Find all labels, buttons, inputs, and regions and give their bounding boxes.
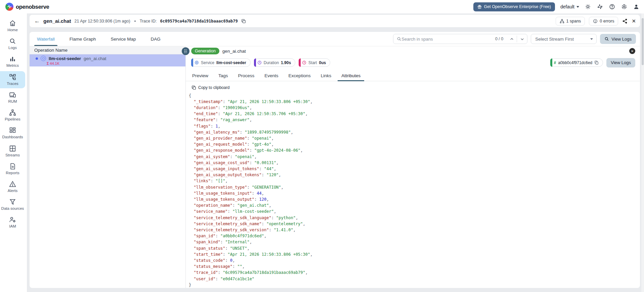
sidebar-item-reports[interactable]: Reports [0,160,25,178]
service-value: llm-cost-seeder [216,60,246,65]
devices-icon [9,91,16,98]
home-icon [9,20,16,27]
span-id-value: a0bb0c4f971dc6ed [558,60,592,65]
alert-triangle-icon [9,181,16,188]
search-prev-button[interactable] [507,34,517,44]
sidebar: Home Logs Metrics Traces RUM Pipelines D… [0,13,27,292]
copy-trace-id-icon[interactable] [241,19,246,23]
span-search-input[interactable] [401,37,492,42]
bar-chart-icon [9,55,16,62]
span-view-logs-button[interactable]: View Logs [606,58,635,67]
sidebar-item-pipelines[interactable]: Pipelines [0,107,25,124]
share-icon[interactable] [622,18,628,24]
start-pill: Start 0us [299,58,330,67]
close-trace-icon[interactable]: ✕ [632,18,636,24]
user-account-icon[interactable] [633,4,639,10]
span-meta-badges: Service llm-cost-seeder Duration 1.90s S… [186,56,640,70]
dashboards-icon [9,127,16,134]
search-next-button[interactable] [517,34,527,44]
sidebar-item-home[interactable]: Home [0,17,25,35]
start-label: Start [308,60,317,65]
errors-count-label: 0 errors [600,19,614,23]
dot-separator [134,20,136,22]
spans-icon [560,19,564,23]
streams-icon [9,145,16,152]
sidebar-item-rum[interactable]: RUM [0,89,25,106]
back-button[interactable]: ← [34,18,40,24]
tab-attributes[interactable]: Attributes [336,70,366,81]
org-selector-value: default [560,4,574,9]
org-selector[interactable]: default [560,4,579,9]
tab-tags[interactable]: Tags [213,70,233,81]
span-service-name: llm-cost-seeder [49,56,81,61]
enterprise-button[interactable]: Get OpenObserve Enterprise (Free) [473,2,555,11]
scrollbar-thumb[interactable] [642,18,644,65]
tab-links[interactable]: Links [316,70,337,81]
tab-preview[interactable]: Preview [187,70,213,81]
sidebar-item-dashboards[interactable]: Dashboards [0,125,25,142]
sidebar-item-label: Dashboards [2,135,23,139]
help-icon[interactable] [609,4,615,10]
sidebar-item-label: Logs [8,46,17,50]
view-logs-label: View Logs [611,60,631,65]
span-events-count: Σ 44.1K [36,61,183,65]
span-row[interactable]: llm-cost-seeder gen_ai.chat Σ 44.1K [30,54,185,66]
sidebar-item-label: Reports [6,171,19,175]
sidebar-item-label: Alerts [8,189,17,193]
copy-to-clipboard-label: Copy to clipboard [198,85,229,90]
span-detail-header: Generation gen_ai.chat ✕ [186,46,640,56]
stream-select-dropdown[interactable]: Select Stream First [531,34,597,44]
waterfall-panel: Operation Name llm-cost-seeder gen_ai.ch… [30,46,186,288]
theme-toggle-icon[interactable] [585,4,591,10]
top-bar: openobserve Get OpenObserve Enterprise (… [0,0,644,13]
tab-waterfall[interactable]: Waterfall [30,32,62,46]
search-icon [604,37,609,41]
stream-select-value: Select Stream First [535,37,574,42]
hash-icon: # [554,60,556,65]
tab-service-map[interactable]: Service Map [103,32,143,46]
span-detail-tabs: Preview Tags Process Events Exceptions L… [186,70,640,81]
tab-flame-graph[interactable]: Flame Graph [62,32,103,46]
sidebar-item-alerts[interactable]: Alerts [0,178,25,195]
service-icon [41,56,46,61]
pipelines-icon [9,109,16,116]
sidebar-item-label: Metrics [6,63,19,68]
brand-logo: openobserve [5,3,49,11]
traces-icon [9,74,16,81]
sidebar-item-traces[interactable]: Traces [0,71,25,88]
trace-id-label: Trace ID: [140,19,157,23]
close-span-detail-icon[interactable]: ✕ [629,48,635,54]
toolbar-view-logs-button[interactable]: View Logs [600,34,636,44]
sidebar-item-label: Home [7,28,18,32]
sidebar-item-iam[interactable]: IAM [0,214,25,231]
service-icon [195,60,199,65]
sidebar-item-metrics[interactable]: Metrics [0,53,25,70]
span-operation-name: gen_ai.chat [84,56,106,61]
brand-name: openobserve [16,4,49,10]
settings-gear-icon[interactable] [621,4,627,10]
chevron-down-icon [576,6,579,8]
waterfall-toolbar: Waterfall Flame Graph Service Map DAG 0 … [30,32,640,46]
openobserve-logo-icon [5,3,13,11]
gift-icon [477,5,482,9]
sidebar-item-data-sources[interactable]: Data sources [0,196,25,213]
copy-to-clipboard-button[interactable]: Copy to clipboard [186,81,229,91]
sigma-icon: Σ [47,61,49,65]
copy-span-id-icon[interactable] [594,60,599,65]
chevron-down-icon [590,38,593,40]
trace-header: ← gen_ai.chat 21 Apr 12:50:33:806 (1m ag… [30,15,640,27]
sidebar-item-label: Traces [7,82,18,86]
operation-name-header: Operation Name [30,46,185,54]
errors-count-badge: 0 errors [589,17,618,26]
clock-icon [257,60,262,65]
tab-events[interactable]: Events [259,70,283,81]
tab-exceptions[interactable]: Exceptions [284,70,316,81]
span-detail-operation: gen_ai.chat [222,49,246,54]
trace-title: gen_ai.chat [43,18,71,24]
panel-drag-handle[interactable] [182,47,189,55]
tab-process[interactable]: Process [233,70,260,81]
tab-dag[interactable]: DAG [143,32,168,46]
sidebar-item-logs[interactable]: Logs [0,35,25,52]
sidebar-item-streams[interactable]: Streams [0,143,25,160]
slack-icon[interactable] [597,4,603,10]
